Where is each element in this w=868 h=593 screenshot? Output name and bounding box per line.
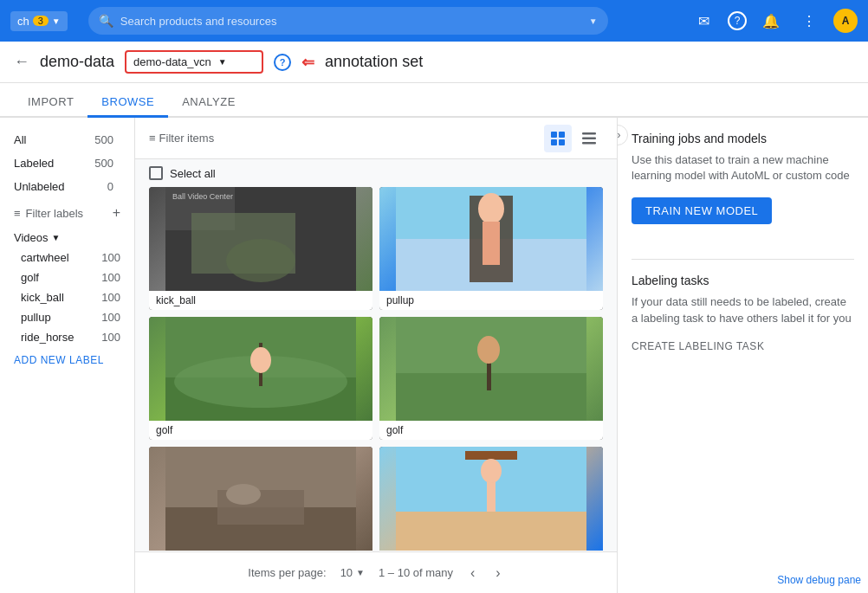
per-page-dropdown-icon: ▼ [356, 568, 365, 577]
grid-item-label: golf [149, 421, 372, 440]
panel-toggle-button[interactable]: » [617, 125, 628, 145]
filter-text: Filter items [159, 132, 215, 145]
labeling-description: If your data still needs to be labeled, … [632, 294, 854, 326]
list-view-button[interactable] [575, 125, 603, 152]
view-toggle [544, 125, 603, 152]
grid-item-kick-ball[interactable]: Ball Video Center kick_ball [149, 187, 372, 310]
labeling-section-title: Labeling tasks [632, 274, 854, 287]
svg-rect-16 [483, 222, 500, 265]
grid-item-golf-1[interactable]: golf [149, 317, 372, 440]
select-all-row: Select all [135, 159, 617, 187]
video-thumbnail-pullup-1 [379, 187, 603, 291]
email-icon[interactable]: ✉ [690, 7, 717, 35]
app-dropdown-icon: ▼ [52, 16, 61, 26]
filter-button[interactable]: ≡ Filter items [149, 132, 214, 145]
grid-item-pullup-1[interactable]: pullup [379, 187, 603, 310]
label-name: kick_ball [21, 291, 64, 304]
label-count: 100 [101, 311, 120, 324]
svg-rect-4 [582, 132, 596, 135]
prev-page-button[interactable]: ‹ [467, 562, 478, 584]
sidebar-unlabeled[interactable]: Unlabeled 0 [0, 175, 127, 198]
app-badge: 3 [33, 16, 49, 26]
sidebar-labeled[interactable]: Labeled 500 [0, 151, 127, 175]
training-section-title: Training jobs and models [632, 132, 854, 145]
tab-browse[interactable]: BROWSE [87, 88, 168, 118]
svg-rect-3 [559, 139, 565, 145]
svg-point-15 [478, 193, 504, 224]
grid-item-label: pullup [379, 291, 603, 310]
add-new-label-button[interactable]: ADD NEW LABEL [0, 347, 134, 373]
right-panel: » Training jobs and models Use this data… [617, 118, 868, 593]
grid-item-label: golf [379, 421, 603, 440]
video-thumbnail-pullup-2 [379, 447, 603, 551]
select-all-label: Select all [170, 167, 216, 180]
help-icon[interactable]: ? [728, 11, 747, 30]
nav-icon-group: ✉ ? 🔔 ⋮ A [690, 7, 858, 35]
add-filter-icon[interactable]: + [113, 205, 120, 221]
tab-import[interactable]: IMPORT [14, 88, 87, 118]
tab-bar: IMPORT BROWSE ANALYZE [0, 83, 868, 118]
annotation-set-dropdown[interactable]: demo-data_vcn ▼ [125, 50, 263, 74]
svg-rect-5 [582, 137, 596, 139]
videos-label: Videos [14, 231, 49, 244]
select-all-checkbox[interactable] [149, 166, 163, 180]
image-grid: Ball Video Center kick_ball [149, 187, 603, 551]
show-debug-pane-link[interactable]: Show debug pane [777, 574, 861, 586]
svg-point-11 [226, 239, 295, 282]
label-item-kick-ball[interactable]: kick_ball 100 [0, 287, 134, 307]
grid-item-ride-horse[interactable]: ride_horse [149, 447, 372, 551]
tab-analyze[interactable]: ANALYZE [168, 88, 249, 118]
search-placeholder: Search products and resources [120, 15, 277, 28]
grid-view-button[interactable] [544, 125, 572, 152]
annotation-help-icon[interactable]: ? [274, 54, 291, 71]
svg-point-25 [477, 336, 500, 364]
label-item-pullup[interactable]: pullup 100 [0, 307, 134, 327]
sidebar-unlabeled-count: 0 [107, 180, 113, 193]
more-vert-icon[interactable]: ⋮ [795, 7, 823, 35]
svg-rect-0 [551, 132, 557, 138]
videos-dropdown-icon: ▼ [52, 233, 61, 242]
filter-labels-section[interactable]: ≡ Filter labels + [0, 198, 134, 228]
main-layout: All 500 Labeled 500 Unlabeled 0 ≡ Filter… [0, 118, 868, 593]
back-button[interactable]: ← [14, 53, 29, 71]
next-page-button[interactable]: › [492, 562, 503, 584]
label-count: 100 [101, 271, 120, 284]
create-labeling-task-link[interactable]: CREATE LABELING TASK [632, 340, 854, 352]
label-item-ride-horse[interactable]: ride_horse 100 [0, 327, 134, 347]
items-per-page-select[interactable]: 10 ▼ [340, 566, 365, 579]
content-toolbar: ≡ Filter items [135, 118, 617, 159]
grid-item-golf-2[interactable]: golf [379, 317, 603, 440]
svg-rect-32 [465, 451, 517, 460]
svg-rect-6 [582, 142, 596, 145]
sidebar-labeled-label: Labeled [14, 157, 54, 170]
dropdown-value: demo-data_vcn [133, 55, 211, 68]
label-name: cartwheel [21, 251, 69, 264]
global-search[interactable]: 🔍 Search products and resources ▼ [88, 7, 608, 35]
video-thumbnail-kick-ball: Ball Video Center [149, 187, 372, 291]
app-name[interactable]: ch 3 ▼ [10, 11, 68, 31]
videos-section[interactable]: Videos ▼ [0, 228, 134, 248]
avatar[interactable]: A [833, 9, 858, 33]
search-dropdown-icon[interactable]: ▼ [589, 16, 598, 26]
label-item-cartwheel[interactable]: cartwheel 100 [0, 248, 134, 267]
sidebar-labeled-count: 500 [94, 157, 113, 170]
svg-rect-2 [551, 139, 557, 145]
content-area: ≡ Filter items Select all [135, 118, 617, 593]
label-count: 100 [101, 331, 120, 344]
items-per-page-label: Items per page: [248, 566, 326, 579]
filter-labels-text: Filter labels [26, 207, 83, 220]
svg-point-34 [481, 459, 502, 483]
items-per-page-value: 10 [340, 566, 353, 579]
svg-point-21 [250, 347, 271, 373]
svg-text:Ball Video Center: Ball Video Center [172, 192, 233, 201]
image-grid-container: Ball Video Center kick_ball [135, 187, 617, 551]
sidebar-all[interactable]: All 500 [0, 128, 127, 151]
arrow-pointer-icon: ⇐ [301, 53, 314, 72]
train-new-model-button[interactable]: TRAIN NEW MODEL [632, 197, 772, 224]
label-count: 100 [101, 291, 120, 304]
svg-point-29 [226, 484, 261, 505]
bell-icon[interactable]: 🔔 [757, 7, 785, 35]
grid-item-pullup-2[interactable]: pullup [379, 447, 603, 551]
label-item-golf[interactable]: golf 100 [0, 267, 134, 287]
panel-divider [632, 259, 854, 260]
